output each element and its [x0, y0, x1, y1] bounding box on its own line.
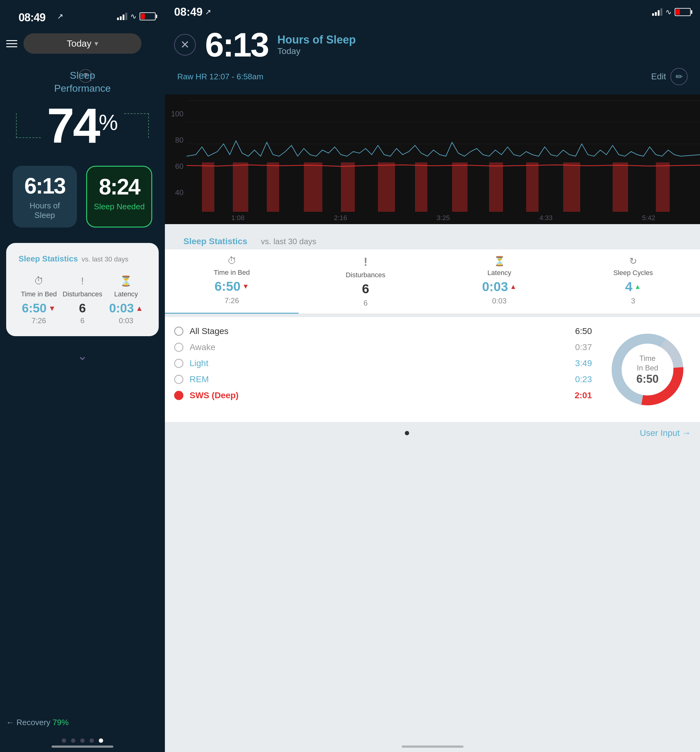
latency-arrow: ▲ [135, 304, 143, 313]
hr-chart-svg [187, 95, 700, 212]
stages-list: All Stages 6:50 Awake 0:37 Light 3:49 [174, 326, 592, 413]
stage-light: Light 3:49 [174, 358, 592, 368]
sleep-needed-value: 8:24 [99, 174, 140, 199]
svg-rect-11 [452, 162, 468, 212]
edit-label: Edit [651, 71, 666, 81]
tab-latency[interactable]: ⏳ Latency 0:03 ▲ 0:03 [432, 249, 566, 314]
user-input-button[interactable]: User Input → [640, 428, 691, 438]
time-in-bed-avg: 7:26 [31, 316, 46, 325]
svg-rect-12 [489, 162, 503, 212]
latency-label: Latency [114, 290, 138, 298]
right-bottom-bar: User Input → [165, 422, 700, 444]
hr-y-100: 100 [165, 110, 187, 118]
raw-hr-row: Raw HR 12:07 - 6:58am Edit ✏ [174, 68, 691, 85]
header-info: Hours of Sleep Today [277, 33, 356, 56]
sws-name: SWS (Deep) [190, 390, 568, 400]
hours-of-sleep-title: Hours of Sleep [277, 33, 356, 46]
donut-center-label: TimeIn Bed [636, 353, 659, 373]
awake-time: 0:37 [575, 342, 592, 352]
hr-chart-area [187, 95, 700, 212]
right-status-bar: 08:49 ↗ ∿ [165, 0, 700, 22]
today-chevron-icon: ▾ [95, 39, 98, 48]
awake-name: Awake [190, 342, 569, 352]
awake-dot [174, 343, 184, 352]
hr-y-axis: 100 80 60 40 [165, 95, 187, 212]
disturbances-value: 6 [79, 301, 86, 315]
sleep-cycles-tab-icon: ↻ [629, 256, 637, 266]
time-in-bed-label: Time in Bed [21, 290, 57, 298]
nav-dot-2 [71, 738, 75, 743]
sleep-stats-section: Sleep Statistics vs. last 30 days ⏱ Time… [165, 224, 700, 752]
time-in-bed-value: 6:50 ▼ [22, 301, 56, 315]
latency-avg: 0:03 [119, 316, 134, 325]
percentage-container: 74 % [0, 101, 165, 150]
today-button[interactable]: Today ▾ [23, 33, 142, 54]
svg-rect-6 [267, 162, 279, 212]
hr-x-2: 2:16 [334, 214, 347, 222]
edit-pencil-button[interactable]: ✏ [670, 68, 688, 85]
hr-x-axis: 1:08 2:16 3:25 4:33 5:42 [187, 212, 700, 224]
close-button[interactable]: ✕ [174, 34, 196, 56]
right-stats-title: Sleep Statistics [174, 230, 257, 246]
chevron-down-button[interactable]: ⌄ [77, 348, 88, 363]
sleep-stats-row: 6:13 Hours of Sleep 8:24 Sleep Needed [6, 166, 159, 227]
time-in-bed-arrow: ▼ [48, 304, 56, 313]
left-time-in-bed-col: ⏱ Time in Bed 6:50 ▼ 7:26 [19, 274, 59, 325]
edit-row: Edit ✏ [651, 68, 688, 85]
sleep-needed-label: Sleep Needed [94, 202, 145, 211]
stage-awake: Awake 0:37 [174, 342, 592, 352]
hamburger-menu[interactable] [6, 40, 17, 47]
right-panel: 08:49 ↗ ∿ ✕ 6:13 Hours of Sleep Today [165, 0, 700, 752]
help-icon[interactable]: ? [79, 69, 92, 83]
left-latency-col: ⏳ Latency 0:03 ▲ 0:03 [106, 274, 146, 325]
svg-rect-9 [378, 162, 395, 212]
tab-time-in-bed[interactable]: ⏱ Time in Bed 6:50 ▼ 7:26 [165, 249, 299, 314]
performance-unit: % [99, 110, 118, 135]
sleep-needed-bubble[interactable]: 8:24 Sleep Needed [86, 166, 152, 227]
rem-name: REM [190, 374, 569, 384]
sleep-cycles-tab-label: Sleep Cycles [613, 269, 653, 277]
left-location-icon: ↗ [57, 12, 63, 21]
all-stages-name: All Stages [190, 326, 569, 336]
sleep-cycles-tab-value: 4 ▲ [625, 280, 641, 294]
dashed-bracket-left [16, 113, 41, 138]
svg-rect-5 [233, 162, 248, 212]
hours-sub-today: Today [277, 46, 356, 56]
hr-x-5: 5:42 [642, 214, 655, 222]
latency-tab-icon: ⏳ [494, 256, 505, 266]
time-in-bed-tab-arrow: ▼ [243, 283, 249, 291]
recovery-label: ← Recovery 79% [6, 718, 68, 727]
raw-hr-label: Raw HR 12:07 - 6:58am [177, 72, 263, 81]
sleep-cycles-tab-avg: 3 [631, 297, 635, 305]
hr-x-1: 1:08 [231, 214, 244, 222]
time-in-bed-icon: ⏱ [34, 274, 44, 288]
right-signal-icon [652, 8, 662, 16]
disturbances-tab-icon: ! [364, 256, 367, 269]
nav-dot-4 [90, 738, 94, 743]
hours-of-sleep-value: 6:13 [24, 173, 65, 199]
left-disturbances-col: ! Disturbances 6 6 [62, 274, 103, 325]
svg-rect-10 [415, 162, 427, 212]
tab-disturbances[interactable]: ! Disturbances 6 6 [299, 249, 432, 314]
latency-tab-avg: 0:03 [492, 297, 507, 305]
stage-sws: SWS (Deep) 2:01 [174, 390, 592, 400]
performance-value: 74 [47, 101, 99, 150]
right-header: ✕ 6:13 Hours of Sleep Today Raw HR 12:07… [165, 22, 700, 95]
right-home-indicator [402, 746, 464, 748]
all-stages-dot [174, 326, 184, 336]
disturbances-tab-avg: 6 [363, 299, 367, 308]
hours-of-sleep-label: Hours of Sleep [19, 201, 71, 220]
svg-rect-15 [613, 162, 628, 212]
all-stages-time: 6:50 [575, 326, 592, 336]
raw-hr-time: 12:07 - 6:58am [209, 72, 263, 81]
hr-y-60: 60 [165, 162, 187, 171]
light-time: 3:49 [575, 358, 592, 368]
right-battery-icon [675, 8, 691, 16]
time-in-bed-tab-label: Time in Bed [214, 269, 250, 277]
hours-of-sleep-bubble[interactable]: 6:13 Hours of Sleep [12, 166, 77, 227]
latency-tab-arrow: ▲ [510, 283, 516, 291]
hr-y-80: 80 [165, 136, 187, 144]
tab-sleep-cycles[interactable]: ↻ Sleep Cycles 4 ▲ 3 [566, 249, 700, 314]
disturbances-icon: ! [81, 274, 84, 288]
left-status-icons: ∿ [117, 12, 156, 21]
